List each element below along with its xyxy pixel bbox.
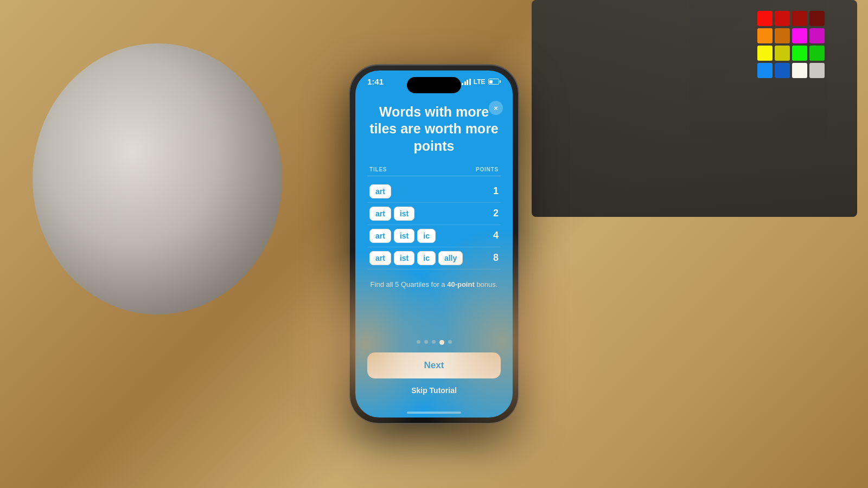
status-time: 1:41: [367, 77, 384, 86]
dynamic-island: [407, 77, 461, 93]
table-header: TILES POINTS: [367, 166, 501, 176]
status-right: LTE: [462, 78, 501, 86]
color-swatch: [792, 28, 807, 43]
color-swatch: [809, 28, 825, 43]
lte-label: LTE: [474, 78, 486, 86]
color-swatch: [809, 63, 825, 78]
tile: art: [369, 229, 391, 243]
tile: ist: [394, 207, 414, 221]
col-tiles-header: TILES: [369, 166, 387, 172]
tile: ic: [417, 229, 436, 243]
color-swatch: [757, 11, 773, 26]
color-swatch: [757, 28, 773, 43]
color-swatch: [775, 46, 790, 61]
tiles-group: artist: [369, 207, 414, 221]
hand-right: [399, 228, 605, 455]
color-swatch: [792, 46, 807, 61]
color-swatch: [757, 46, 773, 61]
color-swatch: [775, 11, 790, 26]
col-points-header: POINTS: [476, 166, 499, 172]
left-object: [33, 43, 282, 314]
signal-icon: [462, 79, 471, 85]
table-row: art1: [367, 181, 501, 203]
battery-icon: [488, 79, 501, 85]
battery-fill: [489, 80, 493, 84]
color-swatch: [792, 63, 807, 78]
tile: art: [369, 207, 391, 221]
table-row: artist2: [367, 203, 501, 225]
tile: ist: [394, 229, 414, 243]
color-swatch: [775, 63, 790, 78]
color-swatch: [792, 11, 807, 26]
color-palette: [757, 11, 825, 78]
color-swatch: [757, 63, 773, 78]
points-value: 2: [486, 208, 499, 219]
color-swatch: [809, 11, 825, 26]
points-value: 1: [486, 185, 499, 197]
keyboard-area: [532, 0, 857, 217]
phone-wrapper: 1:41 LTE: [350, 65, 518, 423]
tiles-group: art: [369, 184, 391, 198]
main-title: Words with more tiles are worth more poi…: [367, 104, 501, 155]
color-swatch: [775, 28, 790, 43]
close-button[interactable]: ×: [489, 101, 503, 115]
battery-nub: [500, 80, 501, 83]
color-swatch: [809, 46, 825, 61]
tile: art: [369, 184, 391, 198]
battery-body: [488, 79, 499, 85]
tiles-group: artistic: [369, 229, 436, 243]
